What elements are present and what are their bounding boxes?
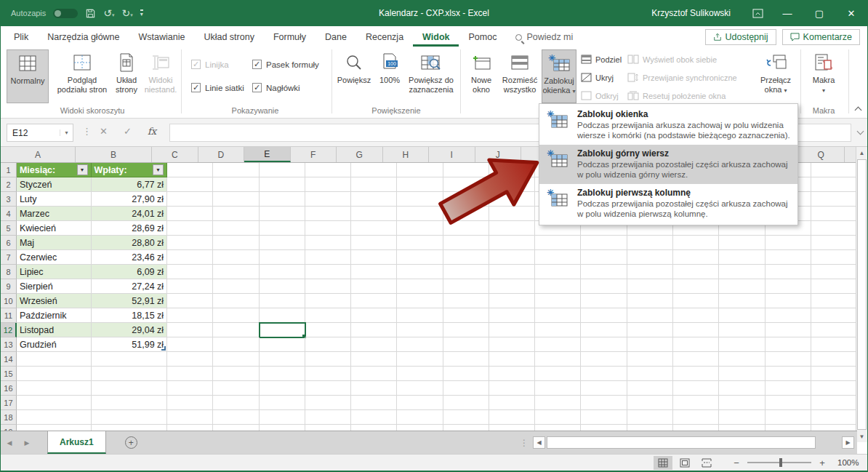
menu-item-freeze-top-row[interactable]: ✳ Zablokuj górny wierszPodczas przewijan…: [539, 145, 797, 184]
macros-button[interactable]: Makra▾: [805, 49, 843, 103]
cell-C6[interactable]: [167, 236, 213, 250]
cell-A10[interactable]: Wrzesień: [17, 294, 92, 308]
freeze-panes-button[interactable]: ✳ Zablokujokienka ▾: [542, 49, 576, 103]
cell-J19[interactable]: [489, 425, 535, 431]
cell-E4[interactable]: [260, 207, 305, 221]
cell-L12[interactable]: [581, 323, 627, 337]
cell-E18[interactable]: [260, 410, 305, 425]
cell-H12[interactable]: [397, 323, 443, 337]
column-header-A[interactable]: A: [1, 147, 76, 162]
vertical-scroll-thumb[interactable]: [857, 159, 867, 430]
cell-C18[interactable]: [167, 410, 213, 425]
cell-F11[interactable]: [305, 308, 351, 323]
cell-H15[interactable]: [397, 367, 443, 381]
cell-F10[interactable]: [305, 294, 351, 308]
cell-K8[interactable]: [535, 265, 581, 279]
cell-E2[interactable]: [260, 177, 305, 192]
cell-Q5[interactable]: [811, 221, 857, 236]
cell-O17[interactable]: [719, 396, 765, 410]
cell-N16[interactable]: [673, 381, 719, 396]
cell-I11[interactable]: [443, 308, 489, 323]
cell-K11[interactable]: [535, 308, 581, 323]
cell-H13[interactable]: [397, 337, 443, 352]
cell-F14[interactable]: [305, 352, 351, 367]
cell-C19[interactable]: [167, 425, 213, 431]
add-sheet-icon[interactable]: +: [125, 436, 137, 449]
cell-L10[interactable]: [581, 294, 627, 308]
cell-J4[interactable]: [489, 207, 535, 221]
cell-M13[interactable]: [627, 337, 673, 352]
cell-F13[interactable]: [305, 337, 351, 352]
cell-I4[interactable]: [443, 207, 489, 221]
cell-G1[interactable]: [351, 163, 397, 177]
cell-I16[interactable]: [443, 381, 489, 396]
cell-O13[interactable]: [719, 337, 765, 352]
vertical-scrollbar[interactable]: ▲ ▼: [856, 147, 867, 442]
cell-P6[interactable]: [765, 236, 811, 250]
cell-K15[interactable]: [535, 367, 581, 381]
cell-E7[interactable]: [260, 250, 305, 265]
cell-P19[interactable]: [765, 425, 811, 431]
collapse-ribbon-icon[interactable]: [855, 107, 862, 114]
cell-O11[interactable]: [719, 308, 765, 323]
cell-F18[interactable]: [305, 410, 351, 425]
cell-H7[interactable]: [397, 250, 443, 265]
cell-A13[interactable]: Grudzień: [17, 337, 92, 352]
zoom-button[interactable]: Powiększ: [335, 49, 373, 103]
column-header-B[interactable]: B: [76, 147, 152, 162]
cell-Q12[interactable]: [811, 323, 857, 337]
cell-B6[interactable]: 28,80 zł: [92, 236, 168, 250]
split-button[interactable]: Podziel: [581, 55, 622, 64]
cell-A11[interactable]: Październik: [17, 308, 92, 323]
cell-B2[interactable]: 6,77 zł: [92, 177, 168, 192]
tab-recenzja[interactable]: Recenzja: [356, 28, 413, 47]
cell-J7[interactable]: [489, 250, 535, 265]
cell-H2[interactable]: [397, 177, 443, 192]
cell-J14[interactable]: [489, 352, 535, 367]
cell-N6[interactable]: [673, 236, 719, 250]
cell-O19[interactable]: [719, 425, 765, 431]
cell-P11[interactable]: [765, 308, 811, 323]
cell-E15[interactable]: [260, 367, 305, 381]
new-window-button[interactable]: Nowe okno: [465, 49, 498, 103]
cell-G8[interactable]: [351, 265, 397, 279]
cell-C14[interactable]: [167, 352, 213, 367]
cell-C17[interactable]: [167, 396, 213, 410]
column-header-F[interactable]: F: [291, 147, 337, 162]
row-header-7[interactable]: 7: [1, 250, 17, 265]
tab-uklad-strony[interactable]: Układ strony: [194, 28, 263, 47]
cell-O8[interactable]: [719, 265, 765, 279]
autosave-toggle[interactable]: [53, 9, 78, 18]
cell-F7[interactable]: [305, 250, 351, 265]
cell-I9[interactable]: [443, 279, 489, 294]
cell-N10[interactable]: [673, 294, 719, 308]
cell-K17[interactable]: [535, 396, 581, 410]
cell-Q10[interactable]: [811, 294, 857, 308]
filter-dropdown-icon[interactable]: ▼: [153, 164, 164, 175]
cell-D1[interactable]: [213, 163, 259, 177]
cell-G10[interactable]: [351, 294, 397, 308]
cell-K19[interactable]: [535, 425, 581, 431]
cell-B15[interactable]: [92, 367, 168, 381]
cell-G18[interactable]: [351, 410, 397, 425]
close-button[interactable]: ✕: [835, 0, 867, 26]
cell-M17[interactable]: [627, 396, 673, 410]
cell-L14[interactable]: [581, 352, 627, 367]
cell-F6[interactable]: [305, 236, 351, 250]
cell-B14[interactable]: [92, 352, 168, 367]
cell-E13[interactable]: [260, 337, 305, 352]
cell-F19[interactable]: [305, 425, 351, 431]
cell-D4[interactable]: [213, 207, 259, 221]
zoom-100-button[interactable]: 100 100%: [374, 49, 405, 103]
zoom-slider[interactable]: [747, 462, 811, 463]
cell-D11[interactable]: [213, 308, 259, 323]
cell-B8[interactable]: 6,09 zł: [92, 265, 168, 279]
filter-dropdown-icon[interactable]: ▼: [77, 164, 88, 175]
cell-F16[interactable]: [305, 381, 351, 396]
cell-Q1[interactable]: [811, 163, 857, 177]
cell-I12[interactable]: [443, 323, 489, 337]
row-header-1[interactable]: 1: [1, 163, 17, 177]
scroll-up-icon[interactable]: ▲: [856, 147, 867, 159]
cell-P18[interactable]: [765, 410, 811, 425]
cell-I15[interactable]: [443, 367, 489, 381]
